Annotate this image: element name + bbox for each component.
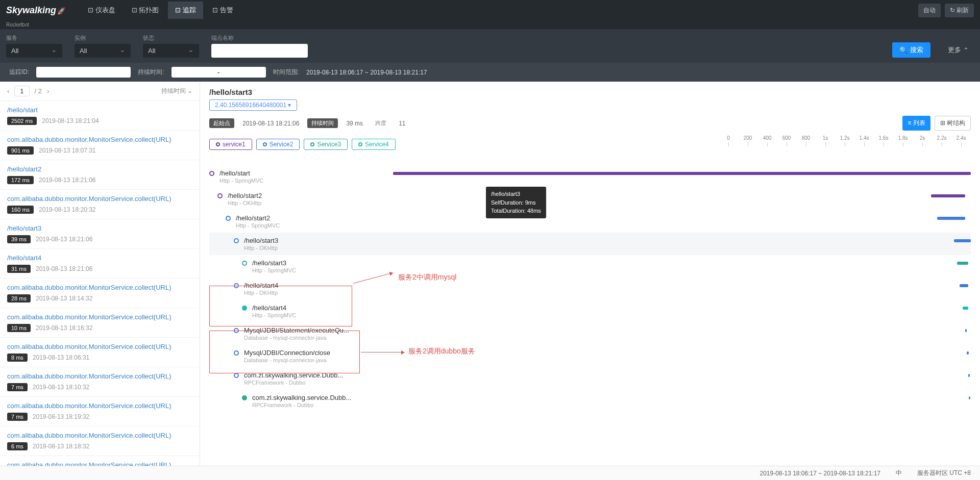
trace-list-item[interactable]: /hello/start 2502 ms 2019-08-13 18:21:04 bbox=[0, 101, 200, 131]
trace-detail: /hello/start3 2.40.15656916640480001 起始点… bbox=[200, 82, 980, 466]
timestamp: 2019-08-13 18:21:06 bbox=[39, 176, 95, 184]
status-label: 状态 bbox=[143, 34, 199, 42]
trace-link[interactable]: com.alibaba.dubbo.monitor.MonitorService… bbox=[7, 461, 172, 466]
span-row[interactable]: /hello/start Http - SpringMVC bbox=[209, 165, 971, 188]
span-name: /hello/start bbox=[219, 169, 373, 177]
span-row[interactable]: /hello/start4 Http - SpringMVC bbox=[209, 300, 971, 322]
traceid-input[interactable] bbox=[36, 67, 131, 78]
span-row[interactable]: Mysql/JDBI/Connection/close Database - m… bbox=[209, 345, 971, 367]
trace-list-item[interactable]: com.alibaba.dubbo.monitor.MonitorService… bbox=[0, 456, 200, 466]
span-name: Mysql/JDBI/Connection/close bbox=[244, 349, 397, 357]
list-view-button[interactable]: ≡ 列表 bbox=[902, 116, 930, 131]
nav-item[interactable]: ⊡ 仪表盘 bbox=[81, 2, 122, 19]
trace-list-item[interactable]: com.alibaba.dubbo.monitor.MonitorService… bbox=[0, 426, 200, 456]
trace-link[interactable]: com.alibaba.dubbo.monitor.MonitorService… bbox=[7, 195, 172, 203]
tree-view-button[interactable]: ⊞ 树结构 bbox=[935, 116, 971, 131]
span-name: com.zl.skywalking.service.Dubb... bbox=[244, 371, 397, 379]
span-bar bbox=[968, 374, 970, 377]
footer-lang[interactable]: 中 bbox=[896, 469, 902, 477]
timestamp: 2019-08-13 18:18:32 bbox=[33, 443, 89, 450]
trace-link[interactable]: com.alibaba.dubbo.monitor.MonitorService… bbox=[7, 136, 172, 143]
span-tooltip: /hello/start3 SelfDuration: 9ms TotalDur… bbox=[486, 187, 546, 218]
sort-button[interactable]: 持续时间 ⌄ bbox=[161, 87, 192, 95]
duration-badge: 6 ms bbox=[7, 442, 28, 450]
span-marker-icon bbox=[234, 238, 239, 243]
logo-main: Skywalking bbox=[6, 5, 56, 16]
duration-badge: 31 ms bbox=[7, 265, 31, 273]
start-value: 2019-08-13 18:21:06 bbox=[242, 120, 299, 127]
search-button[interactable]: 🔍 搜索 bbox=[892, 42, 930, 58]
footer-range[interactable]: 2019-08-13 18:06:17 ~ 2019-08-13 18:21:1… bbox=[760, 470, 880, 477]
span-row[interactable]: /hello/start3 Http - SpringMVC bbox=[209, 255, 971, 277]
span-row[interactable]: com.zl.skywalking.service.Dubb... RPCFra… bbox=[209, 367, 971, 390]
scale-tick: 800 bbox=[796, 135, 816, 141]
timestamp: 2019-08-13 18:19:32 bbox=[33, 413, 89, 420]
trace-link[interactable]: com.alibaba.dubbo.monitor.MonitorService… bbox=[7, 432, 172, 439]
span-row[interactable]: /hello/start4 Http - OKHttp bbox=[209, 277, 971, 300]
footer: 2019-08-13 18:06:17 ~ 2019-08-13 18:21:1… bbox=[0, 466, 980, 480]
span-marker-icon bbox=[234, 283, 239, 288]
trace-list-item[interactable]: /hello/start2 172 ms 2019-08-13 18:21:06 bbox=[0, 160, 200, 190]
trace-link[interactable]: /hello/start4 bbox=[7, 254, 41, 262]
endpoint-input[interactable] bbox=[211, 44, 308, 58]
status-select[interactable]: All bbox=[143, 44, 199, 58]
scale-tick: 2.4s bbox=[951, 135, 971, 141]
span-row[interactable]: /hello/start2 Http - SpringMVC bbox=[209, 210, 971, 233]
nav-item[interactable]: ⊡ 拓扑图 bbox=[125, 2, 166, 19]
trace-list-item[interactable]: com.alibaba.dubbo.monitor.MonitorService… bbox=[0, 279, 200, 308]
trace-sidebar: ‹ 1 / 2 › 持续时间 ⌄ /hello/start 2502 ms 20… bbox=[0, 82, 200, 466]
trace-link[interactable]: /hello/start2 bbox=[7, 165, 41, 173]
service-tag[interactable]: Service4 bbox=[352, 139, 396, 150]
instance-select[interactable]: All bbox=[75, 44, 131, 58]
span-marker-icon bbox=[226, 216, 231, 221]
span-row[interactable]: com.zl.skywalking.service.Dubb... RPCFra… bbox=[209, 390, 971, 412]
more-button[interactable]: 更多 ⌃ bbox=[943, 42, 974, 58]
next-page-icon[interactable]: › bbox=[47, 87, 49, 95]
trace-link[interactable]: com.alibaba.dubbo.monitor.MonitorService… bbox=[7, 313, 172, 321]
footer-tz: 服务器时区 UTC +8 bbox=[917, 469, 971, 477]
nav-item[interactable]: ⊡ 告警 bbox=[205, 2, 240, 19]
service-label: 服务 bbox=[6, 34, 62, 42]
trace-list-item[interactable]: com.alibaba.dubbo.monitor.MonitorService… bbox=[0, 338, 200, 367]
trace-link[interactable]: com.alibaba.dubbo.monitor.MonitorService… bbox=[7, 372, 172, 380]
trace-link[interactable]: /hello/start bbox=[7, 106, 38, 114]
duration-badge: 160 ms bbox=[7, 206, 34, 214]
span-row[interactable]: /hello/start3 Http - OKHttp bbox=[209, 233, 971, 255]
trace-list-item[interactable]: /hello/start3 39 ms 2019-08-13 18:21:06 bbox=[0, 219, 200, 249]
pager: ‹ 1 / 2 › 持续时间 ⌄ bbox=[0, 82, 200, 101]
duration-input[interactable] bbox=[172, 67, 266, 78]
service-tag[interactable]: Service3 bbox=[304, 139, 348, 150]
span-name: Mysql/JDBI/Statement/executeQu... bbox=[244, 326, 397, 334]
trace-list-item[interactable]: com.alibaba.dubbo.monitor.MonitorService… bbox=[0, 131, 200, 160]
service-tag[interactable]: service1 bbox=[209, 139, 252, 150]
span-bar bbox=[969, 396, 970, 399]
span-subtitle: Database - mysql-connector-java bbox=[244, 357, 397, 363]
scale-tick: 400 bbox=[757, 135, 777, 141]
trace-link[interactable]: com.alibaba.dubbo.monitor.MonitorService… bbox=[7, 284, 172, 291]
trace-list-item[interactable]: com.alibaba.dubbo.monitor.MonitorService… bbox=[0, 190, 200, 219]
trace-list-item[interactable]: com.alibaba.dubbo.monitor.MonitorService… bbox=[0, 308, 200, 338]
span-subtitle: RPCFramework - Dubbo bbox=[252, 402, 405, 408]
timestamp: 2019-08-13 18:21:06 bbox=[36, 236, 92, 243]
auto-button[interactable]: 自动 bbox=[918, 4, 941, 17]
trace-list-item[interactable]: /hello/start4 31 ms 2019-08-13 18:21:06 bbox=[0, 249, 200, 279]
service-select[interactable]: All bbox=[6, 44, 62, 58]
trace-link[interactable]: /hello/start3 bbox=[7, 224, 41, 232]
span-row[interactable]: Mysql/JDBI/Statement/executeQu... Databa… bbox=[209, 322, 971, 345]
span-row[interactable]: /hello/start2 Http - OKHttp bbox=[209, 188, 971, 210]
trace-list-item[interactable]: com.alibaba.dubbo.monitor.MonitorService… bbox=[0, 397, 200, 426]
refresh-button[interactable]: ↻ 刷新 bbox=[945, 4, 974, 17]
span-subtitle: RPCFramework - Dubbo bbox=[244, 380, 397, 386]
mysql-annotation: 服务2中调用mysql bbox=[398, 273, 456, 282]
prev-page-icon[interactable]: ‹ bbox=[7, 87, 9, 95]
duration-label: 持续时间: bbox=[138, 68, 164, 77]
page-current[interactable]: 1 bbox=[14, 86, 29, 96]
trace-link[interactable]: com.alibaba.dubbo.monitor.MonitorService… bbox=[7, 343, 172, 350]
trace-id-select[interactable]: 2.40.15656916640480001 bbox=[209, 99, 297, 111]
trace-link[interactable]: com.alibaba.dubbo.monitor.MonitorService… bbox=[7, 402, 172, 410]
service-tag[interactable]: Service2 bbox=[256, 139, 300, 150]
trace-list-item[interactable]: com.alibaba.dubbo.monitor.MonitorService… bbox=[0, 367, 200, 397]
span-subtitle: Http - SpringMVC bbox=[252, 312, 405, 318]
range-label: 时间范围: bbox=[273, 68, 299, 77]
nav-item[interactable]: ⊡ 追踪 bbox=[168, 2, 203, 19]
